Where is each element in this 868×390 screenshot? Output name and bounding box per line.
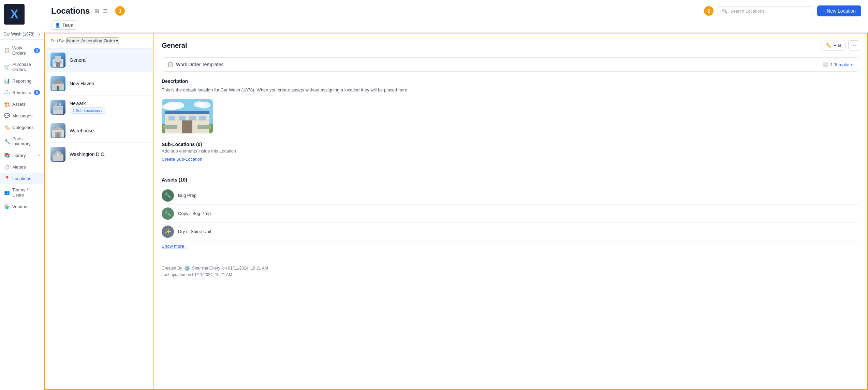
content-area: Sort By: Name: Ascending Order ▾ bbox=[44, 33, 868, 390]
location-item-general[interactable]: General bbox=[45, 48, 153, 72]
created-by-label: Created By bbox=[162, 266, 182, 271]
sub-locations-title: Sub-Locations (0) bbox=[162, 142, 859, 147]
svg-text:🔧: 🔧 bbox=[164, 210, 171, 217]
location-thumb-new-haven bbox=[50, 76, 65, 91]
team-filter-icon: 👤 bbox=[55, 23, 60, 28]
location-info-newark: Newark 1 Sub-Locations › bbox=[70, 101, 147, 114]
sidebar-label-requests: Requests bbox=[12, 90, 31, 95]
requests-icon: 📩 bbox=[4, 90, 10, 95]
sidebar-item-library[interactable]: 📚 Library ▾ bbox=[0, 149, 44, 161]
location-building-svg bbox=[162, 99, 213, 133]
asset-item-bug-prep[interactable]: 🔧 Bug Prep bbox=[162, 187, 859, 205]
location-item-washington-dc[interactable]: Washington D.C. bbox=[45, 143, 153, 166]
sidebar-item-assets[interactable]: 🏗️ Assets bbox=[0, 98, 44, 110]
sidebar-label-parts-inventory: Parts Inventory bbox=[12, 136, 40, 146]
svg-point-23 bbox=[162, 104, 172, 110]
sort-bar: Sort By: Name: Ascending Order ▾ bbox=[45, 33, 153, 48]
svg-text:✨: ✨ bbox=[164, 228, 171, 235]
asset-name-dry-shine: Dry n' Shine Unit bbox=[178, 229, 211, 234]
last-updated-text: Last updated on 01/11/2024, 10:21 AM bbox=[162, 272, 859, 277]
svg-rect-16 bbox=[57, 133, 59, 138]
svg-rect-2 bbox=[54, 61, 57, 63]
asset-item-copy-bug-prep[interactable]: 🔧 Copy - Bug Prep bbox=[162, 205, 859, 223]
location-name-newark: Newark bbox=[70, 101, 147, 106]
messages-icon: 💬 bbox=[4, 113, 10, 118]
svg-rect-31 bbox=[189, 116, 196, 120]
show-more-label: Show more bbox=[162, 244, 184, 249]
svg-rect-30 bbox=[179, 116, 186, 120]
sidebar-item-teams-users[interactable]: 👥 Teams / Users bbox=[0, 184, 44, 201]
new-location-button[interactable]: + New Location bbox=[817, 5, 861, 16]
page-title: Locations bbox=[51, 6, 90, 16]
svg-rect-12 bbox=[59, 107, 62, 110]
asset-avatar-copy-bug-prep: 🔧 bbox=[162, 207, 174, 220]
sort-order-label: Ascending Order bbox=[81, 38, 115, 43]
sidebar-item-reporting[interactable]: 📊 Reporting bbox=[0, 75, 44, 87]
svg-rect-19 bbox=[57, 153, 59, 156]
org-selector[interactable]: Car Wash (1878) ▾ bbox=[0, 29, 44, 40]
sub-loc-count-newark: 1 Sub-Locations bbox=[73, 109, 100, 113]
categories-icon: 🏷️ bbox=[4, 125, 10, 130]
location-item-warehouse[interactable]: Warehouse bbox=[45, 119, 153, 143]
svg-rect-29 bbox=[168, 116, 175, 120]
main-content: Locations ⊞ ☰ 1 2 🔍 + New Location 👤 Tea… bbox=[44, 0, 868, 390]
sidebar-item-requests[interactable]: 📩 Requests 6 bbox=[0, 87, 44, 98]
sidebar-item-vendors[interactable]: 🏪 Vendors bbox=[0, 201, 44, 212]
detail-header: General ✏️ Edit ⋯ bbox=[162, 40, 859, 50]
location-item-newark[interactable]: Newark 1 Sub-Locations › bbox=[45, 96, 153, 119]
sidebar-item-messages[interactable]: 💬 Messages bbox=[0, 110, 44, 121]
location-info-warehouse: Warehouse bbox=[70, 128, 147, 133]
sidebar-label-work-orders: Work Orders bbox=[12, 45, 31, 56]
sidebar-label-vendors: Vendors bbox=[12, 204, 29, 209]
list-view-icon[interactable]: ☰ bbox=[102, 7, 108, 15]
logo-icon: X bbox=[10, 8, 18, 20]
location-thumb-svg-newark bbox=[50, 100, 65, 115]
sidebar-item-work-orders[interactable]: 📋 Work Orders 3 bbox=[0, 42, 44, 59]
sidebar-item-categories[interactable]: 🏷️ Categories bbox=[0, 121, 44, 133]
asset-item-dry-shine[interactable]: ✨ Dry n' Shine Unit bbox=[162, 223, 859, 241]
sidebar-item-parts-inventory[interactable]: 🔧 Parts Inventory bbox=[0, 133, 44, 149]
sidebar-label-messages: Messages bbox=[12, 113, 32, 118]
last-updated-label: Last updated on 01/11/2024, 10:21 AM bbox=[162, 272, 232, 277]
logo-area: X bbox=[0, 0, 44, 29]
sidebar-item-locations[interactable]: 📍 Locations bbox=[0, 173, 44, 184]
sidebar-item-meters[interactable]: ⏱️ Meters bbox=[0, 161, 44, 173]
sort-field-button[interactable]: Name: Ascending Order ▾ bbox=[67, 38, 119, 44]
svg-rect-34 bbox=[163, 125, 177, 129]
location-name-washington-dc: Washington D.C. bbox=[70, 151, 147, 157]
sidebar-item-purchase-orders[interactable]: 🛒 Purchase Orders bbox=[0, 59, 44, 75]
grid-view-icon[interactable]: ⊞ bbox=[94, 7, 100, 15]
work-order-templates-card[interactable]: 📋 Work Order Templates ⬜ 1 Template › bbox=[162, 57, 859, 72]
svg-rect-7 bbox=[57, 86, 59, 90]
section-divider bbox=[162, 170, 859, 170]
location-thumb-warehouse bbox=[50, 123, 65, 138]
locations-list: General N bbox=[45, 48, 153, 389]
sidebar-label-assets: Assets bbox=[12, 102, 26, 107]
sort-chevron-icon: ▾ bbox=[116, 38, 118, 43]
created-by-name: Shamina Chery bbox=[192, 266, 220, 271]
requests-badge: 6 bbox=[34, 90, 40, 95]
location-item-new-haven[interactable]: New Haven bbox=[45, 72, 153, 96]
search-input[interactable] bbox=[730, 9, 809, 14]
sort-field-label: Name: bbox=[67, 38, 80, 43]
sub-locations-badge-newark[interactable]: 1 Sub-Locations › bbox=[70, 107, 105, 114]
create-sub-location-link[interactable]: Create Sub-Location bbox=[162, 157, 202, 162]
show-more-link[interactable]: Show more › bbox=[162, 244, 186, 249]
step-indicator-2: 2 bbox=[704, 6, 713, 16]
edit-label: Edit bbox=[834, 43, 841, 48]
template-chevron-icon[interactable]: › bbox=[852, 62, 853, 67]
sub-locations-desc: Add sub elements inside this Location bbox=[162, 148, 859, 154]
assets-section: Assets (10) 🔧 Bug Prep 🔧 bbox=[162, 177, 859, 249]
search-box: 🔍 bbox=[718, 6, 813, 16]
edit-button[interactable]: ✏️ Edit bbox=[822, 41, 845, 50]
svg-rect-17 bbox=[53, 155, 63, 161]
library-chevron-icon: ▾ bbox=[38, 154, 40, 157]
svg-point-25 bbox=[198, 102, 210, 109]
team-filter-button[interactable]: 👤 Team bbox=[51, 20, 77, 30]
more-options-button[interactable]: ⋯ bbox=[848, 40, 859, 50]
asset-avatar-dry-shine: ✨ bbox=[162, 226, 174, 238]
svg-rect-35 bbox=[197, 125, 211, 129]
location-thumb-svg-new-haven bbox=[50, 76, 65, 91]
asset-name-bug-prep: Bug Prep bbox=[178, 193, 196, 198]
teams-users-icon: 👥 bbox=[4, 190, 10, 195]
